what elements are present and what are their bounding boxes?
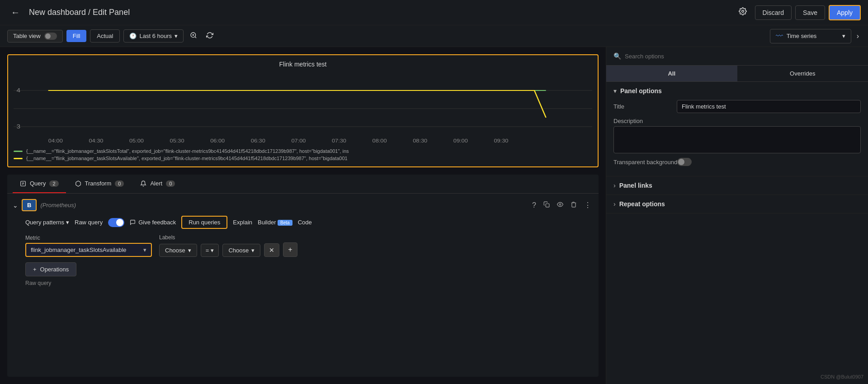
query-controls: Query patterns ▾ Raw query Give feedback… [13,216,593,229]
panel-links-header[interactable]: › Panel links [613,182,861,189]
panel-links-title: Panel links [619,182,652,189]
raw-query-toggle[interactable] [108,218,124,227]
clock-icon: 🕐 [129,33,137,39]
save-button[interactable]: Save [795,5,825,20]
panel-description-input[interactable] [613,126,861,153]
chevron-down-icon-eq: ▾ [211,247,214,254]
transparent-bg-toggle[interactable] [677,158,692,166]
search-options-input[interactable] [625,53,861,60]
top-bar: ← New dashboard / Edit Panel Discard Sav… [0,0,868,25]
title-field-label: Title [613,103,677,110]
svg-text:08:00: 08:00 [373,138,387,143]
panel-options-title: Panel options [620,87,662,95]
tab-transform[interactable]: Transform 0 [68,175,132,193]
give-feedback-button[interactable]: Give feedback [130,219,176,226]
expand-query-button[interactable]: ⌄ [13,202,18,209]
time-series-selector[interactable]: 〰 Time series ▾ [770,29,851,43]
beta-badge: Beta [278,220,292,226]
query-row-b: ⌄ B (Prometheus) ? [13,199,593,211]
repeat-options-header[interactable]: › Repeat options [613,200,861,208]
copy-button[interactable] [542,199,552,211]
legend-item-1: {__name__="flink_jobmanager_taskSlotsTot… [14,148,592,154]
eq-label: = [206,247,209,254]
chart-svg: 4 3 04:00 04:30 05:00 05:30 06:00 06:30 … [14,72,592,145]
help-button[interactable]: ? [530,199,538,211]
labels-remove-button[interactable]: ✕ [264,243,279,257]
chevron-down-icon-l2: ▾ [251,247,255,254]
labels-field-label: Labels [159,234,297,241]
operations-label: Operations [40,266,69,273]
settings-button[interactable] [734,5,751,20]
tab-alert-badge: 0 [166,180,175,187]
legend-color-1 [14,151,23,152]
repeat-options-section: › Repeat options [606,195,868,213]
chevron-down-icon-ts: ▾ [842,33,845,39]
next-panel-button[interactable]: › [855,30,861,42]
labels-add-button[interactable]: + [283,242,297,257]
svg-text:06:00: 06:00 [210,138,225,143]
metric-input[interactable] [31,247,140,253]
discard-button[interactable]: Discard [755,5,792,20]
tab-all[interactable]: All [606,66,737,81]
tab-overrides[interactable]: Overrides [737,66,868,81]
query-patterns-label: Query patterns [25,219,64,226]
svg-text:3: 3 [16,124,20,130]
left-panel: Flink metrics test 4 3 04:00 04:30 05:00 [0,47,606,384]
operations-button[interactable]: + Operations [25,262,76,276]
tab-alert[interactable]: Alert 0 [133,175,182,193]
time-range-button[interactable]: 🕐 Last 6 hours ▾ [123,29,184,43]
svg-text:4: 4 [16,88,20,94]
svg-point-27 [559,204,561,205]
code-button[interactable]: Code [298,219,312,226]
content-area: Flink metrics test 4 3 04:00 04:30 05:00 [0,47,868,384]
labels-choose-2-label: Choose [228,247,249,254]
delete-button[interactable] [569,199,579,211]
main-layout: Table view Fill Actual 🕐 Last 6 hours ▾ … [0,25,868,384]
actual-button[interactable]: Actual [90,29,120,43]
builder-button[interactable]: Builder Beta [258,219,292,226]
query-patterns-button[interactable]: Query patterns ▾ [25,219,69,226]
tab-alert-label: Alert [150,180,162,187]
table-view-toggle[interactable]: Table view [7,30,63,43]
explain-button[interactable]: Explain [233,219,252,226]
metric-labels-row: Metric ▾ Labels Choose ▾ [13,234,593,257]
table-view-switch[interactable] [44,33,57,40]
eye-button[interactable] [555,199,565,211]
refresh-button[interactable] [203,29,216,43]
chevron-down-icon-l1: ▾ [188,247,191,254]
labels-field-group: Labels Choose ▾ = ▾ [159,234,297,257]
metric-dropdown-icon[interactable]: ▾ [143,247,146,253]
query-content: ⌄ B (Prometheus) ? [7,194,599,292]
eq-dropdown-button[interactable]: = ▾ [201,244,219,257]
zoom-button[interactable] [187,29,200,43]
chevron-right-links-icon: › [613,182,616,189]
tab-query[interactable]: Query 2 [13,175,66,193]
panel-options-header[interactable]: ▾ Panel options [613,87,861,95]
legend-item-2: {__name__="flink_jobmanager_taskSlotsAva… [14,156,592,161]
time-range-label: Last 6 hours [139,33,172,39]
apply-button[interactable]: Apply [829,5,861,20]
more-button[interactable]: ⋮ [582,199,593,211]
fill-button[interactable]: Fill [66,30,87,42]
run-queries-button[interactable]: Run queries [181,216,227,229]
panel-title-input[interactable] [677,100,861,113]
query-actions: ? [530,199,593,211]
top-bar-right: Discard Save Apply [734,5,861,20]
plus-icon: + [33,266,37,273]
back-button[interactable]: ← [7,5,24,19]
tab-query-label: Query [30,180,46,187]
labels-choose-2-button[interactable]: Choose ▾ [222,244,260,257]
svg-text:08:30: 08:30 [413,138,427,143]
labels-choose-1-button[interactable]: Choose ▾ [159,244,197,257]
tab-transform-label: Transform [85,180,112,187]
labels-row: Choose ▾ = ▾ Choose ▾ [159,242,297,257]
svg-text:05:00: 05:00 [129,138,144,143]
right-panel: 🔍 All Overrides ▾ Panel options Title [606,47,868,384]
metric-field-label: Metric [25,235,152,241]
time-series-label: Time series [787,33,817,39]
search-options-bar: 🔍 [606,47,868,66]
description-field-label: Description [613,118,677,124]
datasource-label: (Prometheus) [40,202,76,209]
tab-query-badge: 2 [49,180,58,187]
chart-legend: {__name__="flink_jobmanager_taskSlotsTot… [14,148,592,161]
